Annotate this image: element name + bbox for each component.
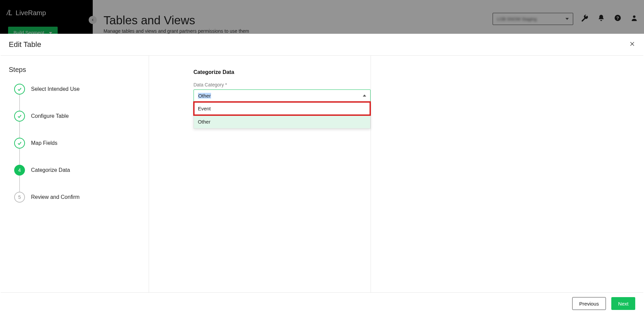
select-value: Other	[198, 93, 211, 99]
caret-up-icon	[363, 95, 366, 97]
step-active-badge: 4	[14, 165, 25, 176]
step-done-badge	[14, 111, 25, 122]
modal-title: Edit Table	[9, 40, 41, 49]
step-categorize-data[interactable]: 4 Categorize Data	[14, 165, 141, 176]
steps-sidebar: Steps Select Intended Use Configure Tabl…	[1, 56, 149, 292]
modal-right-spacer	[371, 56, 643, 292]
modal-footer: Previous Next	[1, 292, 643, 314]
step-label: Map Fields	[31, 140, 57, 146]
previous-button[interactable]: Previous	[572, 297, 606, 310]
step-label: Configure Table	[31, 113, 69, 119]
modal-header: Edit Table	[1, 34, 643, 56]
step-label: Review and Confirm	[31, 194, 80, 200]
step-map-fields[interactable]: Map Fields	[14, 138, 141, 149]
close-icon[interactable]	[629, 41, 635, 48]
modal-content: Categorize Data Data Category * Other Ev…	[149, 56, 371, 292]
step-configure-table[interactable]: Configure Table	[14, 111, 141, 122]
step-select-intended-use[interactable]: Select Intended Use	[14, 84, 141, 95]
step-connector	[14, 176, 141, 192]
modal-scrim	[0, 0, 644, 34]
step-done-badge	[14, 84, 25, 95]
step-connector	[14, 149, 141, 165]
step-label: Select Intended Use	[31, 86, 80, 92]
data-category-select[interactable]: Other Event Other	[194, 89, 371, 102]
step-review-confirm[interactable]: 5 Review and Confirm	[14, 192, 141, 203]
step-connector	[14, 122, 141, 138]
step-label: Categorize Data	[31, 167, 70, 173]
step-pending-badge: 5	[14, 192, 25, 203]
dropdown-option-other[interactable]: Other	[194, 115, 370, 128]
section-title: Categorize Data	[194, 69, 371, 75]
data-category-dropdown: Event Other	[194, 102, 371, 129]
dropdown-option-event[interactable]: Event	[194, 102, 370, 115]
step-connector	[14, 95, 141, 111]
edit-table-modal: Edit Table Steps Select Intended Use Con…	[1, 34, 643, 314]
steps-heading: Steps	[9, 66, 141, 74]
field-label-data-category: Data Category *	[194, 82, 371, 87]
step-done-badge	[14, 138, 25, 149]
next-button[interactable]: Next	[611, 297, 635, 310]
